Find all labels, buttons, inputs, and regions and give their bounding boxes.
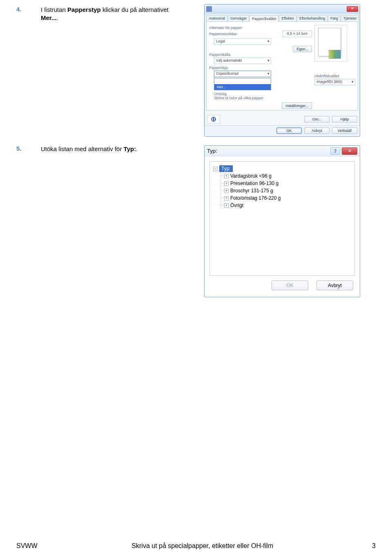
- page-preview: [314, 25, 347, 62]
- step-4-post: .: [56, 14, 58, 21]
- step-4-bold1: Papperstyp: [67, 6, 101, 13]
- expand-icon[interactable]: +: [224, 189, 229, 193]
- tab-strip: Avancerat Genvägar Papper/kvalitet Effek…: [205, 13, 360, 21]
- tab-tjanster[interactable]: Tjänster: [341, 15, 359, 21]
- footer-center: Skriva ut på specialpapper, etiketter el…: [38, 542, 368, 550]
- close-icon[interactable]: ✕: [347, 6, 358, 12]
- tree-item-foto-omslag[interactable]: + Foto/omslag 176-220 g: [224, 194, 351, 202]
- tree-item-label: Presentation 96-130 g: [230, 180, 278, 186]
- tab-body: Alternativ för papper Pappersstorlekar 8…: [206, 21, 358, 111]
- button-avbryt[interactable]: Avbryt: [304, 127, 330, 134]
- label-papperskalla: Papperskälla: [209, 53, 312, 57]
- step-4-pre: I listrutan: [41, 6, 67, 13]
- button-hjalp[interactable]: Hjälp: [332, 116, 357, 123]
- step-5-number: 5.: [16, 145, 41, 152]
- dropdown-item-blank[interactable]: [214, 78, 271, 84]
- step-4-text: I listrutan Papperstyp klickar du på alt…: [41, 6, 180, 22]
- label-pappersstorlekar: Pappersstorlekar: [209, 32, 237, 36]
- tree-item-presentation[interactable]: + Presentation 96-130 g: [224, 180, 351, 187]
- svg-rect-1: [212, 118, 213, 120]
- window-icon: [206, 6, 212, 12]
- button-installningar[interactable]: Inställningar...: [282, 102, 312, 109]
- label-omslag: Omslag: [214, 92, 312, 96]
- dropdown-item-mer[interactable]: Mer...: [214, 84, 271, 90]
- label-papperstyp: Papperstyp:: [209, 66, 312, 70]
- tree-root-typ[interactable]: − Typ:: [213, 165, 351, 172]
- dropdown-legal[interactable]: Legal: [214, 38, 271, 45]
- label-skriva-ut-olika: Skriva ut sidor på olika papper: [214, 96, 312, 100]
- step-5-pre: Utöka listan med alternativ för: [41, 145, 124, 152]
- page-footer: SVWW Skriva ut på specialpapper, etikett…: [0, 542, 392, 550]
- expand-icon[interactable]: +: [224, 174, 229, 178]
- tree-item-vardagsbruk[interactable]: + Vardagsbruk <96 g: [224, 172, 351, 180]
- button-ok-typ[interactable]: OK: [272, 281, 308, 290]
- svg-point-0: [211, 117, 216, 122]
- dialog1-titlebar[interactable]: ✕: [205, 4, 360, 13]
- button-egen[interactable]: Egen...: [293, 46, 312, 52]
- hp-logo-icon: [207, 115, 220, 124]
- typ-dialog: Typ: ? ✕ − Typ: + Vardagsbruk <96 g: [204, 145, 360, 297]
- tab-farg[interactable]: Färg: [328, 15, 341, 21]
- tab-papper-kvalitet[interactable]: Papper/kvalitet: [249, 16, 279, 22]
- label-utskriftskvalitet: Utskriftskvalitet: [314, 74, 355, 78]
- dialog2-title: Typ:: [207, 148, 217, 154]
- tab-genvagar[interactable]: Genvägar: [228, 15, 249, 21]
- tree-view[interactable]: − Typ: + Vardagsbruk <96 g + Presentatio…: [209, 161, 355, 276]
- step-4-number: 4.: [16, 6, 41, 13]
- help-icon[interactable]: ?: [330, 147, 340, 155]
- document-page: 4. I listrutan Papperstyp klickar du på …: [0, 0, 392, 557]
- close-icon[interactable]: ✕: [342, 147, 357, 155]
- dropdown-papperstyp-open[interactable]: Mer...: [214, 78, 271, 90]
- tree-item-label: Foto/omslag 176-220 g: [230, 195, 281, 201]
- button-verkstall[interactable]: Verkställ: [332, 127, 357, 134]
- button-ok[interactable]: OK: [276, 127, 302, 134]
- tree-item-label: Övrigt: [230, 203, 243, 208]
- printer-properties-dialog: ✕ Avancerat Genvägar Papper/kvalitet Eff…: [204, 4, 360, 137]
- tab-effekter[interactable]: Effekter: [279, 15, 296, 21]
- tab-avancerat[interactable]: Avancerat: [206, 15, 227, 21]
- tree-item-label: Broschyr 131-175 g: [230, 188, 273, 194]
- tree-item-broschyr[interactable]: + Broschyr 131-175 g: [224, 187, 351, 194]
- dialog2-titlebar[interactable]: Typ: ? ✕: [205, 146, 360, 156]
- step-4-bold2: Mer...: [41, 14, 56, 21]
- value-size: 8,5 × 14 tum: [283, 31, 312, 37]
- expand-icon[interactable]: +: [224, 196, 229, 201]
- expand-icon[interactable]: +: [224, 181, 229, 186]
- dialog1-footer-row: Om... Hjälp: [205, 112, 360, 125]
- step-4-mid: klickar du på alternativet: [101, 6, 169, 13]
- button-avbryt-typ[interactable]: Avbryt: [316, 281, 353, 290]
- group-alternativ: Alternativ för papper: [209, 26, 312, 30]
- tree-item-label: Vardagsbruk <96 g: [230, 173, 272, 179]
- dropdown-kalla[interactable]: Välj automatiskt: [214, 58, 271, 64]
- step-5-bold1: Typ:: [124, 145, 136, 152]
- dropdown-quality[interactable]: ImageREt 3600: [314, 79, 355, 85]
- footer-left: SVWW: [16, 542, 38, 550]
- tab-efterbehandling[interactable]: Efterbehandling: [297, 15, 327, 21]
- svg-rect-2: [214, 118, 215, 120]
- expand-icon[interactable]: +: [224, 203, 229, 208]
- dropdown-papperstyp[interactable]: Ospecificerad: [214, 71, 271, 77]
- step-5-text: Utöka listan med alternativ för Typ:.: [41, 145, 180, 153]
- step-5-post: .: [136, 145, 138, 152]
- tree-item-ovrigt[interactable]: + Övrigt: [224, 202, 351, 209]
- collapse-icon[interactable]: −: [213, 167, 218, 171]
- tree-root-label: Typ:: [219, 165, 233, 172]
- footer-page-number: 3: [368, 542, 376, 550]
- button-om[interactable]: Om...: [304, 116, 330, 123]
